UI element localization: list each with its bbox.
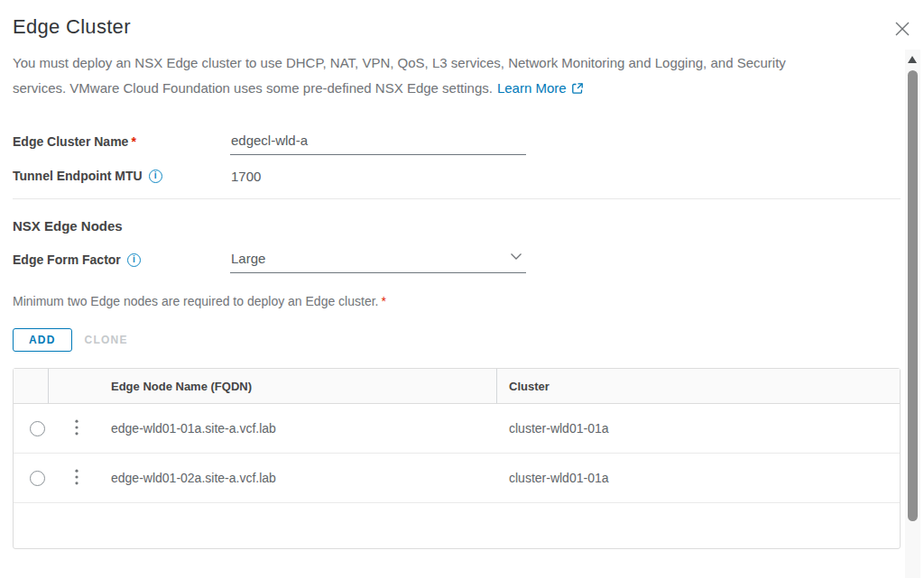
edge-form-factor-label: Edge Form Factor i [13, 252, 230, 267]
required-marker: * [381, 294, 385, 308]
table-header-actions-column [49, 369, 96, 404]
edge-form-factor-row: Edge Form Factor i Large [13, 246, 901, 273]
cluster-cell: cluster-wld01-01a [497, 404, 900, 454]
edge-form-factor-select[interactable]: Large [230, 246, 526, 273]
edge-cluster-name-input[interactable] [230, 133, 526, 154]
nsx-edge-nodes-heading: NSX Edge Nodes [13, 217, 901, 235]
chevron-down-icon [510, 248, 526, 272]
vertical-ellipsis-icon[interactable] [71, 417, 82, 440]
edge-nodes-table: Edge Node Name (FQDN) Cluster edge-wld01… [13, 368, 901, 549]
section-divider [13, 198, 901, 199]
description-line-1: You must deploy an NSX Edge cluster to u… [13, 50, 901, 76]
tunnel-endpoint-mtu-value: 1700 [230, 169, 261, 184]
vertical-ellipsis-icon[interactable] [71, 467, 82, 490]
edge-cluster-name-label: Edge Cluster Name* [13, 134, 230, 149]
dialog-description: You must deploy an NSX Edge cluster to u… [13, 50, 901, 101]
edge-form-factor-selected-value: Large [230, 251, 265, 272]
scrollbar-thumb[interactable] [908, 70, 918, 521]
close-icon[interactable] [892, 19, 912, 39]
info-circle-icon[interactable]: i [149, 170, 162, 183]
table-row [14, 404, 49, 454]
cluster-cell: cluster-wld01-01a [497, 454, 900, 503]
tunnel-endpoint-mtu-row: Tunnel Endpoint MTU i 1700 [13, 166, 901, 186]
row-actions-cell [49, 404, 96, 454]
learn-more-link[interactable]: Learn More [497, 76, 584, 101]
table-toolbar: ADD CLONE [13, 328, 901, 352]
add-button[interactable]: ADD [13, 328, 72, 352]
learn-more-label: Learn More [497, 76, 567, 101]
dialog-scrollbar[interactable] [905, 50, 920, 578]
table-header-node-name: Edge Node Name (FQDN) [96, 369, 497, 404]
tunnel-endpoint-mtu-label: Tunnel Endpoint MTU i [13, 169, 230, 183]
clone-button[interactable]: CLONE [74, 328, 139, 352]
edge-node-name-cell: edge-wld01-01a.site-a.vcf.lab [96, 404, 497, 454]
edge-cluster-name-row: Edge Cluster Name* [13, 128, 901, 155]
table-header-cluster: Cluster [497, 369, 900, 404]
edge-cluster-dialog: Edge Cluster You must deploy an NSX Edge… [0, 14, 924, 549]
external-link-icon [571, 82, 584, 95]
radio-unselected-icon[interactable] [30, 421, 45, 436]
scroll-up-arrow-icon[interactable] [908, 56, 917, 63]
table-empty-area [14, 503, 900, 548]
page-title: Edge Cluster [13, 14, 901, 40]
table-header-select-column [14, 369, 49, 404]
info-circle-icon[interactable]: i [127, 253, 141, 267]
minimum-nodes-hint: Minimum two Edge nodes are required to d… [13, 293, 901, 309]
row-actions-cell [49, 454, 96, 503]
radio-unselected-icon[interactable] [30, 471, 45, 486]
edge-node-name-cell: edge-wld01-02a.site-a.vcf.lab [96, 454, 497, 503]
description-line-2: services. VMware Cloud Foundation uses s… [13, 76, 493, 101]
table-row [14, 454, 49, 503]
required-marker: * [131, 134, 135, 149]
